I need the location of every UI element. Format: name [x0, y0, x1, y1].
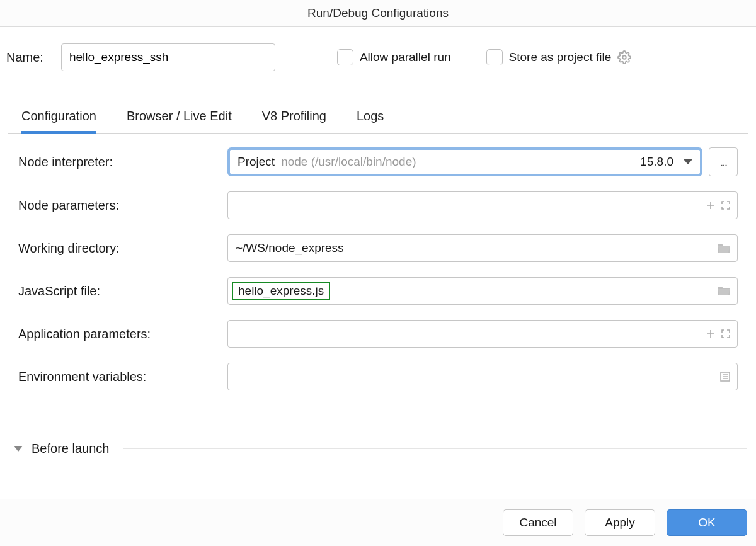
svg-point-0 [622, 55, 626, 59]
footer: Cancel Apply OK [0, 499, 756, 546]
store-project-label: Store as project file [509, 50, 612, 64]
folder-icon[interactable] [717, 285, 731, 297]
plus-icon[interactable] [706, 200, 716, 210]
working-directory-label: Working directory: [18, 241, 227, 256]
before-launch-section[interactable]: Before launch [6, 441, 750, 456]
javascript-file-input[interactable]: hello_express.js [227, 277, 738, 305]
tab-configuration[interactable]: Configuration [21, 109, 96, 134]
allow-parallel-checkbox[interactable] [337, 49, 353, 65]
tab-logs[interactable]: Logs [357, 109, 384, 134]
interpreter-browse-button[interactable]: ... [709, 147, 738, 176]
name-input[interactable] [61, 43, 275, 71]
apply-button[interactable]: Apply [585, 509, 655, 536]
node-interpreter-select[interactable]: Project node (/usr/local/bin/node) 15.8.… [227, 147, 702, 176]
node-parameters-label: Node parameters: [18, 198, 227, 213]
javascript-file-value: hello_express.js [232, 282, 330, 300]
divider-line [123, 448, 747, 449]
javascript-file-label: JavaScript file: [18, 284, 227, 299]
interpreter-name: Project [238, 155, 275, 169]
store-project-checkbox[interactable] [486, 49, 503, 65]
top-row: Name: Allow parallel run Store as projec… [6, 43, 750, 71]
environment-variables-label: Environment variables: [18, 370, 227, 384]
interpreter-path: node (/usr/local/bin/node) [281, 155, 416, 169]
expand-icon[interactable] [721, 200, 731, 210]
before-launch-label: Before launch [32, 441, 109, 456]
expand-icon[interactable] [721, 329, 731, 339]
cancel-button[interactable]: Cancel [503, 509, 573, 536]
working-directory-value: ~/WS/node_express [236, 241, 712, 255]
application-parameters-input[interactable] [227, 320, 738, 348]
ok-button[interactable]: OK [667, 509, 747, 536]
interpreter-version: 15.8.0 [640, 155, 673, 169]
node-interpreter-label: Node interpreter: [18, 155, 227, 169]
node-parameters-input[interactable] [227, 191, 738, 219]
window-title: Run/Debug Configurations [0, 0, 756, 27]
list-icon[interactable] [719, 371, 731, 382]
configuration-panel: Node interpreter: Project node (/usr/loc… [8, 133, 748, 411]
tab-v8-profiling[interactable]: V8 Profiling [262, 109, 326, 134]
environment-variables-input[interactable] [227, 363, 738, 390]
tab-browser-live-edit[interactable]: Browser / Live Edit [127, 109, 232, 134]
plus-icon[interactable] [706, 329, 716, 339]
collapse-triangle-icon [14, 446, 23, 452]
chevron-down-icon [684, 159, 692, 164]
working-directory-input[interactable]: ~/WS/node_express [227, 234, 738, 262]
folder-icon[interactable] [717, 242, 731, 254]
name-label: Name: [6, 50, 43, 65]
tabs: Configuration Browser / Live Edit V8 Pro… [6, 109, 750, 134]
gear-icon[interactable] [617, 50, 631, 64]
allow-parallel-label: Allow parallel run [360, 50, 451, 64]
application-parameters-label: Application parameters: [18, 327, 227, 341]
